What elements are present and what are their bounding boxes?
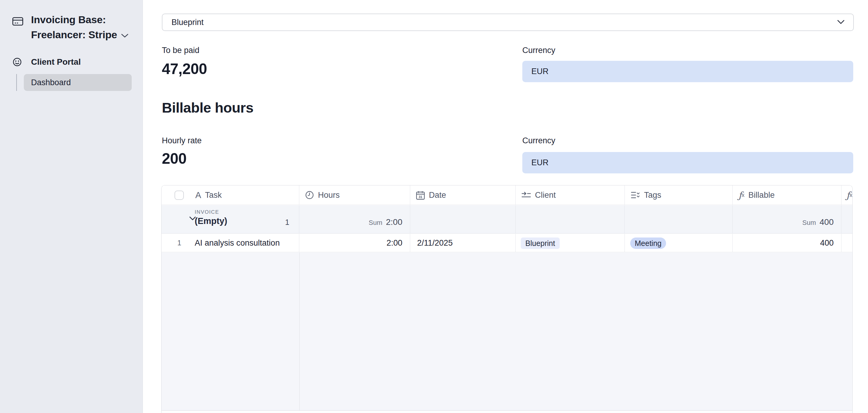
sum-label: Sum	[802, 219, 816, 227]
calendar-icon: 31	[416, 191, 425, 200]
view-selector-value: Blueprint	[172, 18, 204, 27]
hours-sum-value: 2:00	[386, 217, 403, 227]
formula-icon: ƒx	[738, 190, 744, 201]
grid-empty-area	[161, 252, 852, 410]
group-value: (Empty)	[195, 216, 227, 226]
sidebar-item-label: Dashboard	[31, 78, 71, 87]
row-number: 1	[175, 239, 184, 247]
cell-client[interactable]: Blueprint	[516, 234, 625, 252]
indent-guide	[16, 74, 17, 91]
group-cell-tags	[625, 205, 733, 233]
to-be-paid-label: To be paid	[162, 46, 199, 55]
sidebar: Invoicing Base: Freelancer: Stripe Clien…	[0, 0, 143, 413]
group-cell-partial	[841, 205, 852, 233]
tag-pill[interactable]: Meeting	[630, 238, 666, 249]
cell-tags[interactable]: Meeting	[625, 234, 733, 252]
column-header-task[interactable]: A Task	[161, 185, 299, 205]
column-label: Client	[535, 191, 556, 200]
multi-select-icon	[630, 191, 640, 199]
billable-value: 400	[820, 238, 834, 248]
group-cell-client	[516, 205, 625, 233]
cell-hours[interactable]: 2:00	[299, 234, 410, 252]
column-label: Billable	[748, 191, 775, 200]
currency-value: EUR	[531, 67, 549, 76]
data-grid: A Task Hours 31	[161, 185, 852, 413]
group-cell-hours-sum: Sum 2:00	[299, 205, 410, 233]
credit-card-icon	[12, 17, 23, 26]
to-be-paid-value: 47,200	[162, 60, 207, 78]
hours-value: 2:00	[386, 238, 402, 248]
column-header-date[interactable]: 31 Date	[410, 185, 516, 205]
cell-partial[interactable]	[841, 234, 852, 252]
column-label: Task	[205, 191, 222, 200]
column-header-partial[interactable]: ƒx	[841, 185, 852, 205]
link-field-icon	[521, 191, 531, 199]
group-cell-date	[410, 205, 516, 233]
cell-billable[interactable]: 400	[733, 234, 841, 252]
currency-value: EUR	[531, 158, 549, 167]
cell-task[interactable]: 1 AI analysis consultation	[161, 234, 299, 252]
text-field-icon: A	[195, 190, 201, 200]
page-title: Billable hours	[162, 99, 253, 116]
column-label: Hours	[318, 191, 340, 200]
clock-icon	[305, 191, 314, 200]
group-cell-billable-sum: Sum 400	[733, 205, 841, 233]
currency-label: Currency	[522, 46, 555, 55]
client-tag[interactable]: Blueprint	[521, 238, 560, 249]
grid-bottom-row	[161, 410, 852, 413]
task-value: AI analysis consultation	[195, 238, 280, 248]
column-header-billable[interactable]: ƒx Billable	[733, 185, 841, 205]
hourly-rate-value: 200	[162, 150, 187, 167]
group-row[interactable]: INVOICE (Empty) 1 Sum 2:00 Sum 400	[161, 205, 852, 234]
table-row[interactable]: 1 AI analysis consultation 2:00 2/11/202…	[161, 234, 852, 252]
group-field-label: INVOICE	[195, 209, 219, 215]
grid-header-row: A Task Hours 31	[161, 185, 852, 205]
main-content: Blueprint To be paid 47,200 Currency EUR…	[143, 0, 868, 413]
sum-label: Sum	[369, 219, 382, 227]
column-divider	[299, 252, 300, 413]
group-cell-task: INVOICE (Empty) 1	[161, 205, 299, 233]
sidebar-item-dashboard[interactable]: Dashboard	[24, 74, 132, 91]
hourly-rate-label: Hourly rate	[162, 136, 202, 145]
svg-text:31: 31	[418, 195, 422, 199]
currency-label: Currency	[522, 136, 555, 145]
column-header-tags[interactable]: Tags	[625, 185, 733, 205]
smiley-icon	[13, 58, 22, 67]
select-all-checkbox[interactable]	[175, 191, 184, 200]
chevron-down-icon	[121, 33, 129, 38]
view-selector-dropdown[interactable]: Blueprint	[162, 13, 854, 31]
cell-date[interactable]: 2/11/2025	[410, 234, 516, 252]
column-label: Tags	[644, 191, 661, 200]
column-label: Date	[429, 191, 446, 200]
currency-select[interactable]: EUR	[522, 152, 853, 173]
currency-select[interactable]: EUR	[522, 61, 853, 82]
chevron-down-icon	[836, 19, 845, 25]
column-header-client[interactable]: Client	[516, 185, 625, 205]
workspace-title: Invoicing Base: Freelancer: Stripe	[31, 12, 140, 42]
formula-icon: ƒx	[846, 190, 852, 201]
billable-sum-value: 400	[819, 217, 834, 227]
column-header-hours[interactable]: Hours	[299, 185, 410, 205]
group-count: 1	[285, 218, 289, 227]
section-label: Client Portal	[31, 57, 121, 67]
date-value: 2/11/2025	[417, 238, 453, 248]
